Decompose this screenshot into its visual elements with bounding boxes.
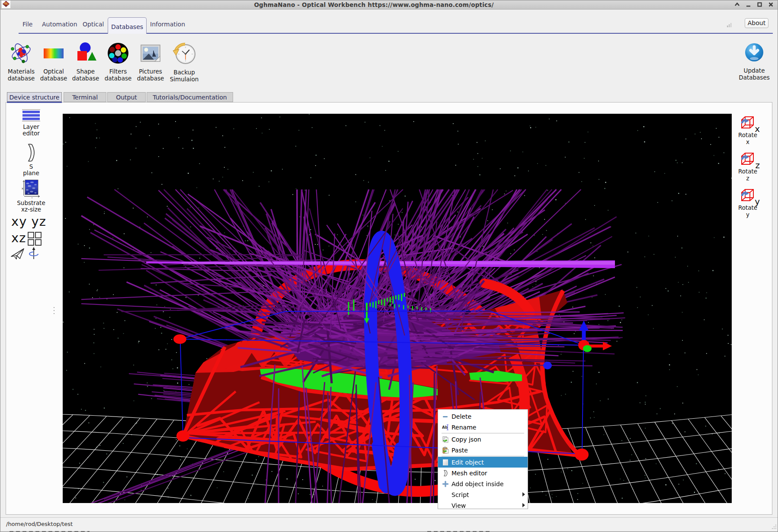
tab-tutorials[interactable]: Tutorials/Documentation [147,92,233,102]
menu-bar: File Automation Optical Databases Inform… [0,10,778,34]
menu-item-label: View [451,502,466,509]
rotate-y-button[interactable]: y Rotate y [733,189,763,218]
grid-view-icon[interactable] [27,231,42,246]
menu-item-add-object-inside[interactable]: Add object inside [438,478,528,489]
menu-file[interactable]: File [22,21,32,28]
menu-item-label: Mesh editor [451,470,487,477]
resize-grip-icon[interactable] [771,524,777,529]
svg-text:z: z [31,197,33,198]
menu-item-delete[interactable]: Delete [438,411,528,422]
tab-device-structure[interactable]: Device structure [7,92,62,102]
menu-separator [442,456,524,456]
no-icon [442,491,449,498]
layer-editor-icon [21,109,41,122]
paste-icon [442,447,449,454]
s-plane-button[interactable]: S plane [12,144,51,176]
rotate-cube-y-icon [740,189,755,202]
3d-scene-canvas[interactable] [63,114,732,503]
menu-item-label: Rename [451,424,476,431]
rotate-y-letter: y [755,196,760,207]
rotate-z-button[interactable]: z Rotate z [733,152,763,182]
menu-item-label: Paste [451,447,468,454]
rotate-z-letter: z [756,160,760,170]
menu-item-edit-object[interactable]: Edit object [438,457,528,468]
rotate-cube-icon-wrap: y [740,189,755,204]
menu-item-label: Copy json [451,436,481,443]
window-controls [733,1,775,8]
menu-optical[interactable]: Optical [83,21,104,28]
menu-separator [442,433,524,433]
s-plane-icon [25,144,38,162]
rotate-x-button[interactable]: x Rotate x [733,116,763,145]
menu-item-label: Script [451,491,469,498]
rotate-cube-icon-wrap: x [740,116,755,131]
context-menu: Delete Ab Rename Copy json [438,409,528,509]
plus-icon [442,481,449,487]
status-path: /home/rod/Desktop/test [6,521,73,527]
title-bar: OghmaNano - Optical Workbench https://ww… [0,0,778,10]
close-button[interactable] [767,1,775,8]
menu-item-paste[interactable]: Paste [438,445,528,455]
status-bar: /home/rod/Desktop/test [0,517,778,531]
rotate-scene-icon[interactable] [28,247,40,260]
menu-automation[interactable]: Automation [42,21,77,28]
update-databases-button[interactable]: Update Databases [733,42,775,81]
menu-item-label: Delete [451,413,471,420]
shade-window-button[interactable] [733,1,741,8]
no-icon [442,502,449,509]
svg-text:x: x [22,187,23,190]
submenu-arrow-icon [522,503,525,507]
submenu-arrow-icon [522,492,525,497]
menu-item-rename[interactable]: Ab Rename [438,422,528,433]
3d-viewport[interactable] [63,114,732,503]
menu-item-view[interactable]: View [438,500,528,511]
rotate-cube-icon-wrap: z [740,152,755,168]
layer-editor-label: Layer editor [12,124,51,137]
backup-simulation-button[interactable]: Backup Simulaion [163,42,205,83]
tab-terminal[interactable]: Terminal [64,92,106,102]
clock-undo-icon [163,42,205,67]
tab-output[interactable]: Output [107,92,146,102]
menu-databases[interactable]: Databases [108,17,147,34]
rotate-x-letter: x [755,124,760,134]
minimize-button[interactable] [745,1,752,8]
rotate-cube-x-icon [740,116,755,130]
mesh-icon [442,470,449,477]
rename-icon: Ab [442,424,449,431]
window-title: OghmaNano - Optical Workbench https://ww… [0,1,748,8]
download-icon [733,42,775,65]
maximize-button[interactable] [756,1,763,8]
splitter-handle[interactable] [54,305,55,316]
substrate-label: Substrate xz-size [12,200,51,213]
svg-text:Ab: Ab [442,425,448,429]
page-icon [442,459,449,466]
copy-icon [442,436,449,443]
menu-item-mesh-editor[interactable]: Mesh editor [438,468,528,478]
layer-editor-button[interactable]: Layer editor [12,109,51,137]
fly-scene-icon[interactable] [10,247,25,260]
minus-icon [442,413,449,420]
menu-information[interactable]: Information [150,21,185,28]
tool-label: Update Databases [733,67,775,81]
tool-label: Backup Simulaion [163,69,205,83]
rotate-cube-z-icon [740,152,755,166]
about-button[interactable]: About [745,18,768,28]
menu-item-script[interactable]: Script [438,489,528,500]
menu-item-copy-json[interactable]: Copy json [438,434,528,445]
view-xy-yz-button[interactable]: xy yz [11,214,46,229]
view-xz-button[interactable]: xz [11,231,26,245]
substrate-button[interactable]: x z Substrate xz-size [12,179,51,213]
s-plane-label: S plane [12,163,51,176]
substrate-icon: x z [21,179,41,198]
toolbar: Materials database Optical database Shap… [0,34,778,90]
menu-item-label: Add object inside [451,481,504,487]
menu-item-label: Edit object [451,459,484,466]
signal-bars-icon [727,21,732,29]
